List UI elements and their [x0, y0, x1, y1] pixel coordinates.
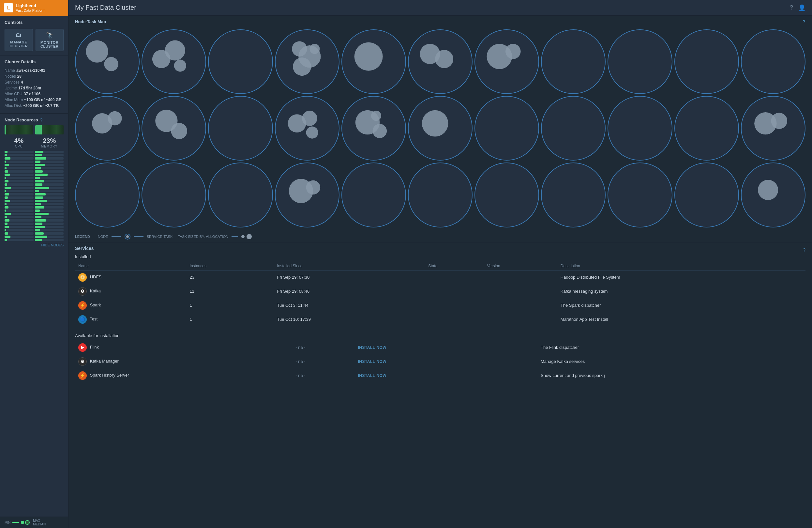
node-circle[interactable]	[541, 29, 606, 94]
table-row[interactable]: ▶ Flink - na - INSTALL NOW The Flink dis…	[75, 341, 806, 355]
node-circle[interactable]	[408, 96, 473, 160]
resource-percentages: 4% CPU 23% MEMORY	[4, 137, 63, 148]
service-description: The Flink dispatcher	[537, 341, 806, 355]
available-services-body: ▶ Flink - na - INSTALL NOW The Flink dis…	[75, 341, 806, 383]
mem-bar	[35, 180, 64, 182]
node-circle[interactable]	[208, 29, 273, 94]
user-icon[interactable]: 👤	[798, 4, 806, 11]
node-bar-row	[4, 203, 63, 205]
svg-point-15	[108, 111, 122, 125]
service-version	[513, 354, 537, 368]
node-circle[interactable]	[475, 96, 539, 160]
col-name: Name	[75, 262, 187, 271]
install-now-button[interactable]: INSTALL NOW	[358, 345, 387, 350]
help-icon[interactable]: ?	[790, 4, 793, 11]
services-label: Services	[4, 80, 19, 85]
node-circle[interactable]	[275, 96, 339, 160]
node-circle[interactable]	[142, 162, 206, 227]
table-row[interactable]: ⚙ Kafka Manager - na - INSTALL NOW Manag…	[75, 354, 806, 368]
memory-label: MEMORY	[35, 145, 64, 148]
node-circle[interactable]	[208, 162, 273, 227]
service-name-cell: ⚡ Spark History Server	[75, 368, 292, 383]
controls-title: Controls	[4, 20, 63, 25]
svg-point-13	[506, 44, 521, 59]
service-description: Kafka messaging system	[557, 284, 806, 298]
node-circle[interactable]	[408, 29, 473, 94]
table-row[interactable]: ⚡ Spark History Server - na - INSTALL NO…	[75, 368, 806, 383]
table-row[interactable]: ⚡ Spark 1 Tue Oct 3: 11:44 The Spark dis…	[75, 298, 806, 312]
cluster-cpu-row: Alloc CPU 37 of 106	[4, 92, 63, 96]
node-circle[interactable]	[741, 29, 806, 94]
name-label: Name	[4, 68, 15, 73]
node-circle[interactable]	[608, 162, 672, 227]
service-description: Hadoop Distributed File System	[557, 270, 806, 284]
node-circle[interactable]	[675, 29, 739, 94]
node-circle[interactable]	[475, 29, 539, 94]
mem-bar	[35, 219, 64, 222]
cpu-bar	[4, 170, 33, 173]
table-row[interactable]: 🔵 Test 1 Tue Oct 10: 17:39 Marathon App …	[75, 312, 806, 326]
table-row[interactable]: 📀 HDFS 23 Fri Sep 29: 07:30 Hadoop Distr…	[75, 270, 806, 284]
node-circle[interactable]	[275, 29, 339, 94]
node-circle[interactable]	[342, 29, 406, 94]
hide-nodes-button[interactable]: HIDE NODES	[4, 243, 63, 247]
node-circle[interactable]	[608, 96, 672, 160]
node-circle[interactable]	[541, 162, 606, 227]
node-circle[interactable]	[408, 162, 473, 227]
node-task-map-help-icon[interactable]: ?	[802, 19, 806, 24]
services-help-icon[interactable]: ?	[803, 247, 806, 253]
node-task-map	[69, 26, 812, 231]
node-bar-row	[4, 180, 63, 182]
cluster-details-section: Cluster Details Name aws-oss-110-01 Node…	[0, 56, 68, 114]
memory-percentage: 23% MEMORY	[35, 137, 64, 148]
install-now-button[interactable]: INSTALL NOW	[358, 373, 387, 378]
manage-cluster-button[interactable]: 🗂 MANAGECLUSTER	[4, 29, 33, 51]
node-circle[interactable]	[75, 29, 140, 94]
cpu-bar	[4, 164, 33, 166]
monitor-cluster-button[interactable]: 🔭 MONITORCLUSTER	[35, 29, 64, 51]
node-resources-help-icon[interactable]: ?	[40, 117, 43, 123]
page-title: My Fast Data Cluster	[75, 4, 136, 11]
node-circle[interactable]	[142, 29, 206, 94]
col-state: State	[425, 262, 483, 271]
service-install-button[interactable]: INSTALL NOW	[354, 354, 488, 368]
node-circle[interactable]	[142, 96, 206, 160]
service-install-button[interactable]: INSTALL NOW	[354, 368, 488, 383]
node-circle[interactable]	[75, 96, 140, 160]
node-bar-row	[4, 164, 63, 166]
node-circle[interactable]	[342, 162, 406, 227]
node-circle[interactable]	[75, 162, 140, 227]
legend-median-text: MEDIAN	[33, 523, 46, 526]
cpu-bar	[4, 187, 33, 189]
svg-point-8	[309, 44, 320, 54]
service-name: HDFS	[90, 274, 101, 279]
service-install-button[interactable]: INSTALL NOW	[354, 341, 488, 355]
legend-max-dot	[25, 520, 30, 525]
node-circle[interactable]	[342, 96, 406, 160]
node-circle[interactable]	[675, 96, 739, 160]
alloc-mem-value: ~100 GB of ~400 GB	[24, 98, 62, 102]
node-circle[interactable]	[208, 96, 273, 160]
node-circle[interactable]	[741, 162, 806, 227]
node-circle[interactable]	[608, 29, 672, 94]
mem-bar	[35, 174, 64, 176]
table-row[interactable]: ⚙ Kafka 11 Fri Sep 29: 08:46 Kafka messa…	[75, 284, 806, 298]
node-circle[interactable]	[741, 96, 806, 160]
node-task-map-header: Node-Task Map ?	[69, 16, 812, 26]
logo-box: L	[4, 3, 13, 12]
uptime-value: 17d 5hr 28m	[18, 86, 41, 90]
mem-bar	[35, 213, 64, 215]
svg-point-29	[758, 180, 778, 200]
task-size-small	[241, 235, 245, 238]
install-now-button[interactable]: INSTALL NOW	[358, 359, 387, 364]
node-bars	[4, 151, 63, 241]
node-circle[interactable]	[475, 162, 539, 227]
node-circle[interactable]	[541, 96, 606, 160]
service-name: Spark	[90, 302, 101, 308]
content-area: Node-Task Map ? LEGEND NODE SERVICE-TASK	[69, 16, 812, 528]
mem-bar	[35, 232, 64, 234]
mem-bar	[35, 203, 64, 205]
node-circle[interactable]	[675, 162, 739, 227]
node-circle[interactable]	[275, 162, 339, 227]
cpu-bar	[4, 190, 33, 192]
